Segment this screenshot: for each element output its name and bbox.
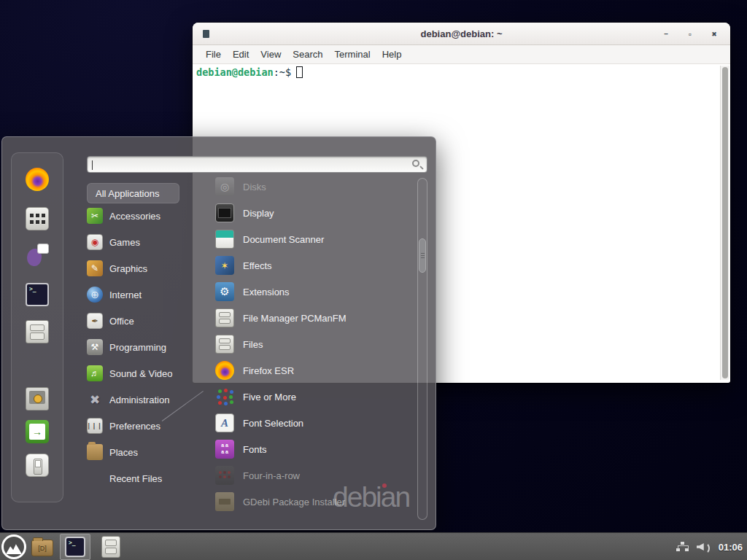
terminal-scrollbar-thumb[interactable] (722, 67, 728, 378)
games-icon (87, 234, 103, 250)
category-item-accessories[interactable]: Accessories (87, 203, 198, 229)
favorite-shutdown[interactable] (26, 454, 49, 477)
terminal-menu-search[interactable]: Search (287, 49, 328, 60)
terminal-titlebar[interactable]: debian@debian: ~ (193, 23, 730, 45)
app-item-files[interactable]: Files (206, 331, 416, 357)
favorite-lock-screen[interactable] (26, 387, 49, 411)
menu-scrollbar-thumb[interactable] (419, 238, 426, 273)
app-label: Display (243, 208, 274, 219)
terminal-menu-terminal[interactable]: Terminal (329, 49, 376, 60)
close-button[interactable] (705, 26, 723, 42)
font-selection-icon (215, 413, 234, 432)
window-controls (651, 23, 723, 45)
clock[interactable]: 01:06 (719, 542, 743, 553)
search-input[interactable] (88, 157, 427, 172)
prompt-user: debian@debian (196, 66, 274, 78)
keyboard-icon (26, 207, 49, 230)
taskbar-files-button[interactable] (99, 535, 123, 559)
favorite-file-manager[interactable] (26, 320, 49, 343)
category-item-recent-files[interactable]: Recent Files (87, 465, 198, 491)
terminal-scrollbar[interactable] (720, 66, 729, 380)
app-label: File Manager PCManFM (243, 313, 347, 324)
category-label: Preferences (109, 421, 160, 432)
favorites-panel (11, 152, 63, 502)
app-label: Extensions (243, 287, 290, 298)
app-item-five-or-more[interactable]: Five or More (206, 384, 416, 410)
app-item-effects[interactable]: Effects (206, 252, 416, 279)
lock-screen-icon (26, 387, 49, 411)
favorite-logout[interactable] (26, 420, 49, 443)
terminal-title: debian@debian: ~ (193, 28, 730, 39)
taskbar-terminal-button[interactable] (60, 534, 90, 560)
maximize-button[interactable] (681, 26, 699, 42)
app-item-firefox-esr[interactable]: Firefox ESR (206, 357, 416, 384)
taskbar-file-manager-button[interactable] (31, 535, 54, 559)
category-label: Office (109, 316, 134, 327)
terminal-menu-edit[interactable]: Edit (227, 49, 255, 60)
menu-scrollbar[interactable] (417, 178, 427, 520)
terminal-cursor (296, 66, 303, 78)
firefox-icon (215, 361, 234, 380)
terminal-icon (65, 537, 85, 557)
terminal-menu-file[interactable]: File (200, 49, 227, 60)
text-caret (92, 160, 93, 170)
app-label: GDebi Package Installer (243, 497, 345, 508)
category-item-administration[interactable]: Administration (87, 386, 198, 413)
favorite-keyboard[interactable] (26, 207, 49, 230)
app-item-file-manager-pcmanfm[interactable]: File Manager PCManFM (206, 305, 416, 331)
application-menu: All Applications AccessoriesGamesGraphic… (1, 136, 436, 530)
debian-swirl-dot (382, 483, 387, 488)
app-item-font-selection[interactable]: Font Selection (206, 410, 416, 436)
terminal-menu-help[interactable]: Help (376, 49, 408, 60)
app-label: Firefox ESR (243, 365, 294, 376)
favorite-terminal[interactable] (26, 283, 49, 306)
firefox-icon (26, 168, 49, 191)
category-item-preferences[interactable]: Preferences (87, 413, 198, 439)
category-item-sound-video[interactable]: Sound & Video (87, 360, 198, 386)
preferences-icon (87, 418, 103, 434)
favorite-firefox[interactable] (26, 168, 49, 191)
category-item-programming[interactable]: Programming (87, 334, 198, 360)
search-box (87, 156, 427, 173)
file-manager-icon (26, 320, 49, 343)
taskbar: 01:06 (0, 532, 747, 560)
category-item-internet[interactable]: Internet (87, 281, 198, 308)
terminal-icon (26, 283, 49, 306)
app-label: Disks (243, 182, 266, 192)
app-item-display[interactable]: Display (206, 200, 416, 226)
fonts-icon (215, 440, 234, 459)
app-label: Five or More (243, 392, 296, 402)
category-item-graphics[interactable]: Graphics (87, 255, 198, 281)
office-icon (87, 313, 103, 329)
app-item-extensions[interactable]: Extensions (206, 279, 416, 305)
category-item-office[interactable]: Office (87, 308, 198, 334)
app-item-fonts[interactable]: Fonts (206, 436, 416, 462)
category-label: Internet (109, 289, 142, 300)
accessories-icon (87, 208, 103, 224)
category-all-applications[interactable]: All Applications (87, 183, 179, 203)
terminal-menu-view[interactable]: View (255, 49, 287, 60)
minimize-button[interactable] (657, 26, 675, 42)
favorite-pidgin[interactable] (26, 243, 49, 266)
graphics-icon (87, 260, 103, 276)
five-or-more-icon (215, 387, 234, 406)
category-label: Accessories (109, 211, 160, 222)
network-icon[interactable] (676, 542, 689, 553)
category-label: Places (109, 447, 138, 458)
gdebi-icon (215, 492, 234, 511)
app-label: Files (243, 339, 263, 350)
desktop: debian@debian: ~ FileEditViewSearchTermi… (0, 0, 747, 560)
menu-button[interactable] (1, 534, 26, 559)
document-scanner-icon (215, 230, 234, 249)
category-item-games[interactable]: Games (87, 229, 198, 255)
app-item-disks: Disks (206, 174, 416, 200)
app-label: Document Scanner (243, 234, 324, 245)
terminal-prompt: debian@debian:~$ (196, 66, 303, 78)
category-label: Sound & Video (109, 368, 173, 379)
volume-icon[interactable] (697, 542, 711, 552)
four-in-a-row-icon (215, 466, 234, 485)
prompt-path: ~ (279, 66, 285, 78)
effects-icon (215, 256, 234, 275)
app-item-document-scanner[interactable]: Document Scanner (206, 226, 416, 252)
category-item-places[interactable]: Places (87, 439, 198, 465)
